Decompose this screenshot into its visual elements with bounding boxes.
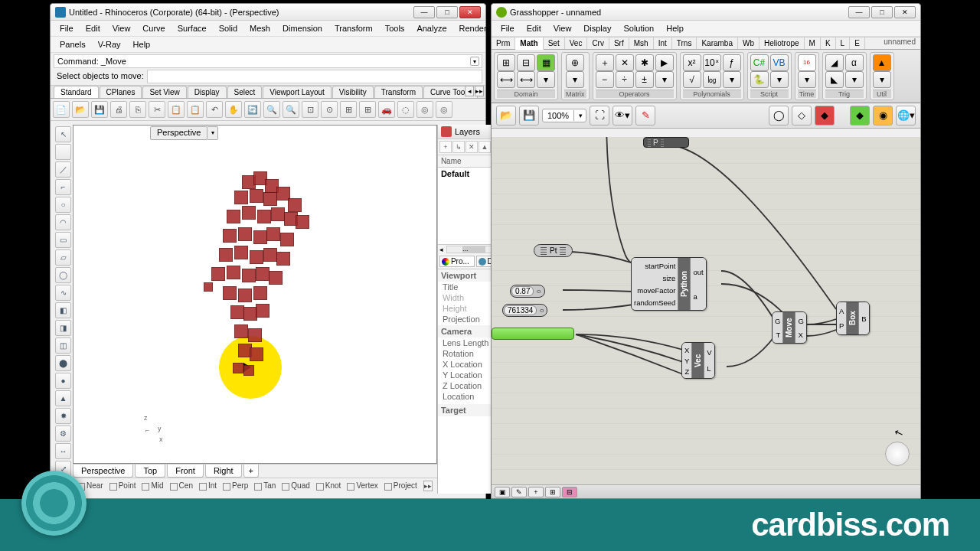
gh-tab-karamba[interactable]: Karamba <box>697 37 738 49</box>
greater-icon[interactable]: ▶ <box>655 54 674 71</box>
gear-icon[interactable]: ⚙ <box>55 425 71 442</box>
plus-icon[interactable]: ＋ <box>596 54 614 71</box>
menu-solid[interactable]: Solid <box>213 22 243 34</box>
menu-render[interactable]: Render <box>453 22 493 34</box>
comp-icon[interactable]: ▾ <box>770 71 789 88</box>
port-out[interactable]: out <box>693 268 703 276</box>
ortho-icon[interactable]: ⊞ <box>340 101 357 118</box>
polygon-icon[interactable]: ▱ <box>55 249 71 266</box>
osnap-knot[interactable]: Knot <box>325 481 341 490</box>
rotate-icon[interactable]: 🔄 <box>244 101 261 118</box>
new-icon[interactable]: 📄 <box>53 101 70 118</box>
gh-status-btn[interactable]: + <box>528 487 544 497</box>
vtab-perspective[interactable]: Perspective <box>73 465 133 478</box>
grid-icon[interactable]: ◌ <box>397 101 414 118</box>
menu-tools[interactable]: Tools <box>379 22 411 34</box>
menu-surface[interactable]: Surface <box>172 22 213 34</box>
comp-icon[interactable]: ㏒ <box>703 71 721 88</box>
panel-green[interactable] <box>492 328 574 340</box>
curve-icon[interactable]: ∿ <box>55 285 71 301</box>
undo-icon[interactable]: ↶ <box>206 101 223 118</box>
gh-tab-srf[interactable]: Srf <box>609 37 629 49</box>
tab-vplayout[interactable]: Viewport Layout <box>263 86 332 98</box>
zoom-window-icon[interactable]: 🔍 <box>283 101 299 118</box>
menu-file[interactable]: File <box>54 22 80 34</box>
gh-preview-sel-icon[interactable]: ◆ <box>850 106 870 126</box>
viewport-name-label[interactable]: Perspective <box>150 126 207 140</box>
gh-shadepreview-icon[interactable]: ◆ <box>815 106 835 126</box>
gh-menu-edit[interactable]: Edit <box>521 22 547 34</box>
comp-icon[interactable]: x² <box>683 54 701 71</box>
osnap-point[interactable]: Point <box>119 481 136 490</box>
comp-icon[interactable]: ⟷ <box>497 71 515 88</box>
paste2-icon[interactable]: 📋 <box>187 101 204 118</box>
gh-sketch-icon[interactable]: ✎ <box>635 106 655 126</box>
node-box[interactable]: A P Box B <box>836 302 870 335</box>
comp-icon[interactable]: ▾ <box>566 71 584 88</box>
save-icon[interactable]: 💾 <box>91 101 108 118</box>
comp-icon[interactable]: ▾ <box>723 71 741 88</box>
osnap-near[interactable]: Near <box>87 481 103 490</box>
port[interactable]: P <box>839 321 844 330</box>
comp-icon[interactable]: ▾ <box>537 71 555 88</box>
node-pt[interactable]: Pt <box>534 244 573 257</box>
viewport-menu-dropdown[interactable]: ▾ <box>207 126 218 140</box>
line-icon[interactable]: ／ <box>55 161 71 178</box>
gh-nopreview-icon[interactable]: ◯ <box>769 106 789 126</box>
gh-tab-int[interactable]: Int <box>654 37 672 49</box>
vtool[interactable] <box>55 144 71 160</box>
menu-transform[interactable]: Transform <box>328 22 379 34</box>
rect-icon[interactable]: ▭ <box>55 232 71 248</box>
comp-icon[interactable]: ▾ <box>798 71 816 88</box>
maximize-button[interactable]: □ <box>436 6 458 18</box>
gh-menu-file[interactable]: File <box>495 22 521 34</box>
shade-icon[interactable]: ⊞ <box>359 101 376 118</box>
comp-icon[interactable]: ⊕ <box>566 54 584 71</box>
osnap-icon[interactable]: ◎ <box>416 101 433 118</box>
python-icon[interactable]: 🐍 <box>750 71 769 88</box>
gh-zoom-select[interactable]: 100%▾ <box>542 109 586 122</box>
port[interactable]: B <box>861 315 866 323</box>
cut-icon[interactable]: ✂ <box>149 101 165 118</box>
gh-tab-k[interactable]: K <box>821 37 836 49</box>
layer-hscroll-thumb[interactable]: ··· <box>462 246 485 253</box>
gh-tab-wb[interactable]: Wb <box>738 37 760 49</box>
comp-icon[interactable]: α <box>845 54 864 71</box>
explode-icon[interactable]: ✸ <box>55 408 71 424</box>
copy-icon[interactable]: ⎘ <box>129 101 146 118</box>
osnap-quad[interactable]: Quad <box>291 481 309 490</box>
comp-icon[interactable]: ⟷ <box>517 71 535 88</box>
gh-tab-prm[interactable]: Prm <box>492 37 515 49</box>
gh-zoomext-icon[interactable]: ⛶ <box>590 106 609 126</box>
comp-icon[interactable]: ⊟ <box>517 54 535 71</box>
menu-panels[interactable]: Panels <box>54 38 92 51</box>
sphere-icon[interactable]: ● <box>55 373 71 389</box>
vtab-right[interactable]: Right <box>205 465 242 478</box>
div-icon[interactable]: ÷ <box>616 71 634 88</box>
tab-select[interactable]: Select <box>227 86 263 98</box>
polyline-icon[interactable]: ⌐ <box>55 179 71 195</box>
comp-icon[interactable]: 10ˣ <box>703 54 721 71</box>
neg-icon[interactable]: ± <box>635 71 654 88</box>
menu-mesh[interactable]: Mesh <box>243 22 276 34</box>
move-icon[interactable]: ↔ <box>55 443 71 459</box>
pan-icon[interactable]: ✋ <box>225 101 242 118</box>
gh-tab-l[interactable]: L <box>836 37 851 49</box>
gh-menu-view[interactable]: View <box>547 22 578 34</box>
node-dark-top[interactable]: P <box>643 137 689 148</box>
gh-wirepreview-icon[interactable]: ◇ <box>792 106 812 126</box>
gh-minimize-button[interactable]: — <box>848 6 870 18</box>
port[interactable]: G <box>775 317 780 325</box>
port-movefactor[interactable]: moveFactor <box>634 286 675 295</box>
comp-icon[interactable]: ▾ <box>873 71 891 88</box>
param-grip[interactable] <box>541 247 547 255</box>
gh-close-button[interactable]: ✕ <box>894 6 916 18</box>
port[interactable]: Z <box>684 367 689 376</box>
pointer-icon[interactable]: ↖ <box>55 126 71 142</box>
osnap-mid[interactable]: Mid <box>151 481 163 490</box>
menu-curve[interactable]: Curve <box>136 22 171 34</box>
osnap-cen[interactable]: Cen <box>179 481 193 490</box>
port-a[interactable]: a <box>693 292 703 301</box>
layer-up-icon[interactable]: ▲ <box>479 141 491 153</box>
menu-analyze[interactable]: Analyze <box>410 22 452 34</box>
